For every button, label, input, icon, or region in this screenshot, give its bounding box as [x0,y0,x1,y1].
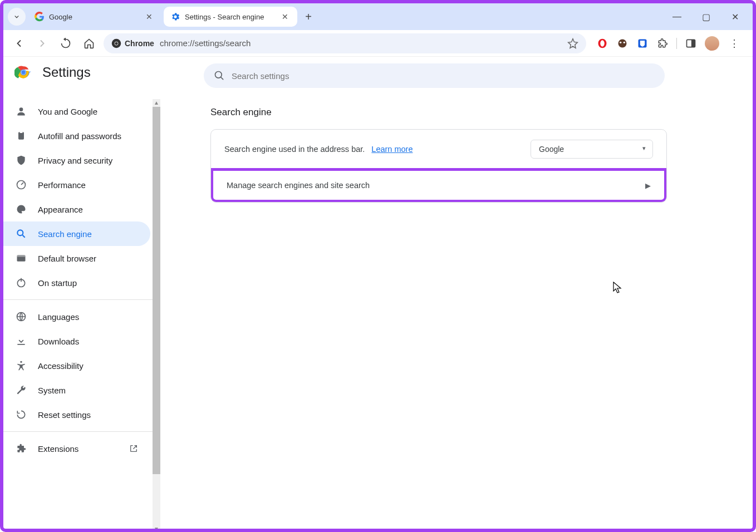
tab-bar: Google ✕ Settings - Search engine ✕ + — … [3,3,753,30]
settings-header: Settings [14,63,91,81]
chrome-menu-button[interactable]: ⋮ [727,35,742,52]
external-link-icon [129,444,138,453]
chrome-logo-icon [14,63,32,81]
sidebar-item-downloads[interactable]: Downloads [3,329,150,353]
learn-more-link[interactable]: Learn more [371,145,413,154]
home-button[interactable] [80,35,98,52]
tab-google[interactable]: Google ✕ [28,7,161,27]
sidebar-item-extensions[interactable]: Extensions [3,436,150,461]
chevron-down-icon [13,13,21,21]
palette-icon [16,204,27,215]
sidebar-item-privacy[interactable]: Privacy and security [3,148,150,173]
close-tab-button[interactable]: ✕ [279,11,291,22]
sidebar-item-search-engine[interactable]: Search engine [3,221,150,246]
minimize-button[interactable]: — [670,12,684,22]
sidebar-item-label: Autofill and passwords [38,131,121,141]
speedometer-icon [16,179,27,190]
toolbar-divider [676,38,677,49]
side-panel-button[interactable] [685,37,697,50]
reset-icon [16,409,27,420]
extension-icons: ⋮ [592,35,746,52]
svg-point-20 [17,230,23,235]
forward-button[interactable] [33,35,51,52]
reload-icon [60,38,71,49]
sidebar-item-appearance[interactable]: Appearance [3,197,150,221]
tabs-dropdown-button[interactable] [8,8,26,26]
search-engine-row: Search engine used in the address bar. L… [211,130,666,169]
window-controls: — ▢ ✕ [670,12,748,22]
sidebar-item-on-startup[interactable]: On startup [3,270,150,295]
sidebar-item-label: Search engine [38,229,92,239]
clipboard-icon [16,130,27,141]
browser-icon [16,253,27,264]
sidebar-item-label: On startup [38,278,77,288]
settings-main-content: Search engine Search engine used in the … [188,57,689,529]
svg-point-2 [115,42,117,45]
gear-icon [170,12,180,22]
row-text: Manage search engines and site search [227,181,370,190]
sidebar-item-reset[interactable]: Reset settings [3,402,150,427]
sidebar-item-you-and-google[interactable]: You and Google [3,99,150,124]
row-text: Search engine used in the address bar. [224,145,365,154]
omnibox[interactable]: Chrome chrome://settings/search [104,33,586,53]
new-tab-button[interactable]: + [300,8,317,26]
search-icon [16,228,27,239]
extensions-button[interactable] [656,37,669,50]
svg-point-16 [19,107,23,111]
profile-avatar[interactable] [705,36,719,51]
puzzle-icon [16,443,27,454]
wrench-icon [16,385,27,396]
sidebar-item-label: Accessibility [38,361,84,371]
scroll-up-arrow-icon[interactable]: ▲ [153,99,160,107]
person-icon [16,106,27,117]
bitwarden-extension-icon[interactable] [636,37,649,50]
chevron-right-icon: ▶ [645,181,651,190]
sidebar-item-accessibility[interactable]: Accessibility [3,353,150,378]
bookmark-button[interactable] [567,38,578,49]
settings-title: Settings [42,65,91,80]
settings-sidebar: You and Google Autofill and passwords Pr… [3,57,160,529]
sidebar-item-label: Privacy and security [38,156,112,165]
search-engine-select[interactable]: Google [531,140,653,159]
svg-rect-18 [20,131,23,133]
search-settings-input[interactable] [232,71,655,81]
search-settings[interactable] [204,63,665,88]
sidebar-item-label: Performance [38,180,86,190]
chrome-chip: Chrome [111,38,154,48]
back-button[interactable] [10,35,28,52]
sidebar-item-label: Languages [38,312,79,322]
sidebar-item-label: Appearance [38,205,83,214]
sidebar-item-label: Downloads [38,337,79,346]
url-text: chrome://settings/search [160,38,562,48]
sidebar-item-languages[interactable]: Languages [3,304,150,329]
tab-title: Settings - Search engine [185,13,264,21]
scroll-down-arrow-icon[interactable]: ▼ [153,525,160,529]
sidebar-item-autofill[interactable]: Autofill and passwords [3,124,150,148]
star-icon [567,38,578,49]
chrome-icon [111,38,121,48]
sidebar-item-label: You and Google [38,107,97,116]
scrollbar-thumb[interactable] [153,107,160,474]
tab-settings[interactable]: Settings - Search engine ✕ [164,7,297,27]
sidebar-item-system[interactable]: System [3,378,150,402]
search-engine-card: Search engine used in the address bar. L… [210,129,667,203]
arrow-left-icon [13,38,24,49]
maximize-button[interactable]: ▢ [699,12,713,22]
reload-button[interactable] [57,35,75,52]
extension-icon-2[interactable] [616,37,629,50]
download-icon [16,336,27,347]
manage-search-engines-row[interactable]: Manage search engines and site search ▶ [210,168,667,203]
sidebar-item-label: Extensions [38,444,78,454]
sidebar-divider [3,299,160,300]
close-tab-button[interactable]: ✕ [144,11,155,22]
sidebar-scrollbar[interactable]: ▲ ▼ [153,99,160,529]
sidebar-item-performance[interactable]: Performance [3,173,150,197]
power-icon [16,277,27,288]
svg-rect-17 [18,132,24,139]
close-window-button[interactable]: ✕ [728,12,742,22]
svg-point-6 [620,41,621,43]
sidebar-item-default-browser[interactable]: Default browser [3,246,150,270]
home-icon [84,38,95,49]
opera-extension-icon[interactable] [596,37,608,50]
arrow-right-icon [37,38,48,49]
